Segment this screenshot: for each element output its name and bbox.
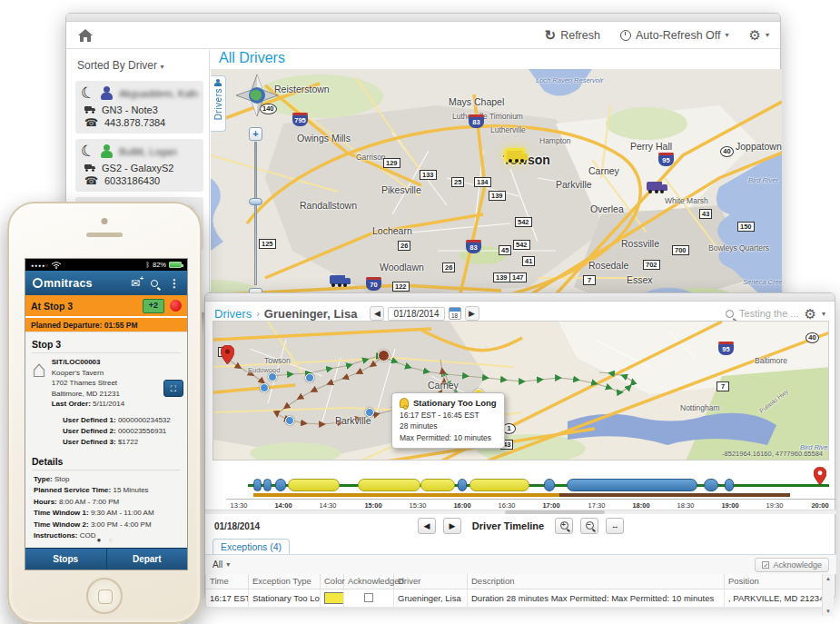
gear-icon: ⚙ <box>749 28 761 42</box>
timeline-segment[interactable] <box>725 479 734 491</box>
truck-marker-icon[interactable] <box>507 151 522 160</box>
driver-detail-window: Drivers › Grueninger, Lisa ◀ 01/18/2014 … <box>204 292 835 599</box>
col-color[interactable]: Color <box>321 574 344 589</box>
timeline-horizontal-scrollbar[interactable] <box>205 510 836 514</box>
user-defined-value: $1722 <box>118 438 138 446</box>
stop-marker[interactable] <box>268 372 277 381</box>
open-map-button[interactable]: ⛶ <box>163 380 183 397</box>
compose-message-icon[interactable]: ✉+ <box>131 277 140 290</box>
truck-marker-icon[interactable] <box>647 182 662 191</box>
timeline-segment[interactable] <box>458 479 467 491</box>
truck-marker-icon[interactable] <box>330 275 345 284</box>
zoom-in-button[interactable]: + <box>249 127 262 141</box>
overflow-menu-icon[interactable]: ⋮ <box>169 277 180 290</box>
search-placeholder: Testing the ... <box>739 308 798 319</box>
calendar-icon[interactable]: 18 <box>449 307 461 320</box>
route-shield: 40 <box>720 146 734 157</box>
timeline-prev-button[interactable]: ◀ <box>418 518 436 534</box>
auto-refresh-dropdown[interactable]: Auto-Refresh Off ▾ <box>620 29 729 42</box>
driver-timeline[interactable]: 13:3014:0014:3015:0015:3016:0016:3017:00… <box>226 471 836 513</box>
map-town-label: Carney <box>428 380 459 391</box>
detail-label: Type: <box>34 475 53 483</box>
phone-home-button[interactable] <box>86 578 123 614</box>
search-icon[interactable] <box>151 280 158 287</box>
timeline-segment[interactable] <box>469 479 529 491</box>
detail-label: Time Window 2: <box>34 520 89 529</box>
details-fields: Type: StopPlanned Service Time: 15 Minut… <box>32 474 181 541</box>
driver-card[interactable]: ☾ Akguaddem, Kafre GN3 - Note3 ☎ <box>75 81 203 134</box>
col-description[interactable]: Description <box>468 574 725 589</box>
timeline-segment[interactable] <box>567 479 697 491</box>
route-shield: 7 <box>583 275 596 285</box>
exception-color-swatch <box>324 592 344 604</box>
vehicle-icon <box>84 105 95 115</box>
zoom-track[interactable] <box>254 142 257 285</box>
phone-status-bar: ●●●●○ ᛒ 82% <box>25 259 187 271</box>
home-icon[interactable] <box>77 28 94 43</box>
timeline-segment[interactable] <box>704 479 718 491</box>
refresh-button[interactable]: ↻ Refresh <box>545 28 600 42</box>
map-town-label: Loch Raven Reservoir <box>536 76 603 84</box>
acknowledged-checkbox[interactable] <box>364 593 373 602</box>
exception-row[interactable]: 16:17 EST Stationary Too Long Grueninger… <box>206 589 825 607</box>
scrollbar-thumb[interactable] <box>505 510 605 514</box>
timeline-segment[interactable] <box>544 479 555 491</box>
col-driver[interactable]: Driver <box>394 574 468 589</box>
timeline-segment[interactable] <box>275 479 286 491</box>
driver-card[interactable]: ☾ Bullitt, Logan GS2 - GalaxyS2 ☎ <box>75 139 203 192</box>
zoom-handle[interactable] <box>249 198 262 205</box>
gear-icon[interactable]: ⚙ <box>805 307 816 321</box>
timeline-zoom-in-button[interactable]: + <box>555 518 573 534</box>
planned-departure-banner: Planned Departure: 01:55 PM <box>25 318 187 332</box>
date-field[interactable]: 01/18/2014 <box>388 307 444 321</box>
timeline-next-button[interactable]: ▶ <box>443 518 461 534</box>
timeline-segment[interactable] <box>253 479 262 491</box>
all-drivers-map[interactable]: ReisterstownMays ChapelLutherville Timon… <box>211 69 782 314</box>
timeline-position-pin-icon[interactable] <box>814 467 826 489</box>
map-town-label: Bowleys Quarters <box>708 243 769 253</box>
route-shield: 147 <box>509 272 527 282</box>
timeline-fit-button[interactable]: ↔ <box>606 518 624 534</box>
timeline-segment[interactable] <box>263 479 272 491</box>
depart-button[interactable]: Depart <box>107 549 188 570</box>
search-box[interactable]: Testing the ... ⚙ ▾ <box>726 307 825 321</box>
timeline-segment[interactable] <box>420 479 455 491</box>
stop-marker[interactable] <box>365 408 374 417</box>
stop-marker[interactable] <box>305 373 314 382</box>
col-time[interactable]: Time <box>206 574 249 589</box>
stop-status-banner: At Stop 3 +2 <box>25 295 187 318</box>
acknowledge-button[interactable]: ✓ Acknowledge <box>755 558 829 572</box>
prev-day-button[interactable]: ◀ <box>370 306 384 321</box>
map-town-label: Baltimore <box>755 356 787 365</box>
map-compass-control[interactable] <box>236 74 278 116</box>
breadcrumb-drivers-link[interactable]: Drivers <box>214 307 252 321</box>
map-town-label: Owings Mills <box>297 133 351 144</box>
cell-driver: Grueninger, Lisa <box>394 589 468 607</box>
next-day-button[interactable]: ▶ <box>465 306 479 321</box>
timeline-segment[interactable] <box>288 479 340 491</box>
table-vertical-scrollbar[interactable]: ▲▼ <box>822 574 834 616</box>
sort-by-driver-dropdown[interactable]: Sorted By Driver ▾ <box>77 59 203 72</box>
timeline-zoom-out-button[interactable]: − <box>580 518 598 534</box>
search-icon <box>726 310 734 318</box>
route-shield: 139 <box>489 191 506 201</box>
settings-dropdown[interactable]: ⚙ ▾ <box>749 28 769 42</box>
timeline-segment[interactable] <box>358 479 420 491</box>
stop-marker[interactable] <box>285 416 294 425</box>
route-point-marker[interactable] <box>378 350 390 362</box>
col-acknowledged[interactable]: Acknowledged <box>344 574 394 589</box>
stop-marker[interactable] <box>260 383 269 392</box>
drivers-panel-tab[interactable]: Drivers <box>211 75 226 132</box>
stops-button[interactable]: Stops <box>25 549 107 570</box>
timeline-tick-label: 19:30 <box>766 501 784 510</box>
col-position[interactable]: Position <box>725 574 825 589</box>
map-zoom-slider[interactable]: + − <box>249 127 262 302</box>
count-badge[interactable]: +2 <box>143 299 164 313</box>
location-pin-icon <box>221 345 234 364</box>
stop-heading: Stop 3 <box>32 337 181 353</box>
route-map[interactable]: TowsonEudowoodCarneyParkvilleBaltimoreNo… <box>212 321 829 461</box>
route-shield: 7 <box>716 381 729 391</box>
tab-exceptions[interactable]: Exceptions (4) <box>212 539 290 554</box>
exceptions-filter-dropdown[interactable]: All ▾ <box>212 560 230 570</box>
col-exception-type[interactable]: Exception Type <box>249 574 321 589</box>
